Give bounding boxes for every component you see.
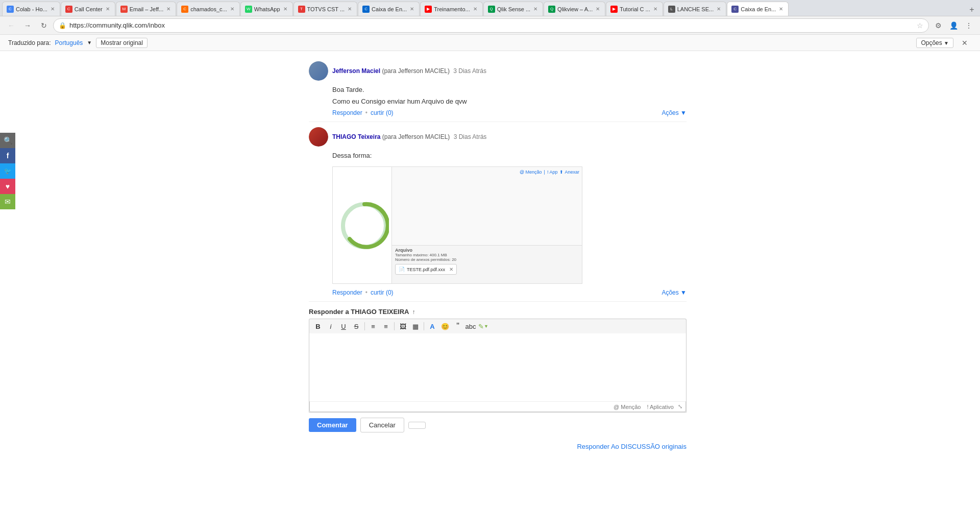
tab-close-tutorial[interactable]: ✕ xyxy=(652,5,658,13)
reply-title: Responder a THIAGO TEIXEIRA xyxy=(309,308,409,316)
mention-link[interactable]: @ Menção xyxy=(614,404,641,410)
back-button[interactable]: ← xyxy=(4,18,18,33)
tab-whatsapp[interactable]: W WhatsApp ✕ xyxy=(240,2,293,16)
font-color-button[interactable]: A xyxy=(427,321,438,332)
tab-favicon-qlik: Q xyxy=(488,6,495,13)
tab-close-colab[interactable]: ✕ xyxy=(50,5,56,13)
reply-link-1[interactable]: Responder xyxy=(332,109,362,116)
quote-button[interactable]: " xyxy=(452,321,463,332)
tab-close-qlik[interactable]: ✕ xyxy=(532,5,538,13)
social-heart-button[interactable]: ♥ xyxy=(0,179,15,194)
bottom-link: Responder Ao DISCUSSÃO originais xyxy=(309,438,687,455)
editor-area: @ Menção ! Aplicativo ⤡ xyxy=(309,333,687,413)
original-discussion-link[interactable]: Responder Ao DISCUSSÃO originais xyxy=(577,443,687,450)
tab-colab[interactable]: C Colab - Ho... ✕ xyxy=(2,2,60,16)
tab-gmail[interactable]: M Email – Jeff... ✕ xyxy=(116,2,176,16)
tab-title-whatsapp: WhatsApp xyxy=(254,6,280,12)
image-button[interactable]: 🖼 xyxy=(397,321,408,332)
tab-qlikview[interactable]: Q Qlikview – A... ✕ xyxy=(544,2,605,16)
language-link[interactable]: Português xyxy=(55,39,83,46)
tab-title-caixa1: Caixa de En... xyxy=(372,6,407,12)
tab-close-yt1[interactable]: ✕ xyxy=(472,5,478,13)
avatar-2 xyxy=(309,127,328,147)
comment-meta-1: Jefferson Maciel (para Jefferson MACIEL)… xyxy=(332,67,486,75)
spell-button[interactable]: abc xyxy=(465,321,476,332)
tab-totvs[interactable]: T TOTVS CST ... ✕ xyxy=(293,2,358,16)
author-2[interactable]: THIAGO Teixeira xyxy=(332,133,380,140)
translate-close-button[interactable]: ✕ xyxy=(958,36,972,50)
editor-container: B i U S ≡ ≡ 🖼 ▦ A xyxy=(309,319,687,413)
tab-favicon-call: C xyxy=(65,6,72,13)
profile-button[interactable]: 👤 xyxy=(946,18,961,33)
tab-tutorial[interactable]: ▶ Tutorial C ... ✕ xyxy=(606,2,663,16)
like-link-1[interactable]: curtir (0) xyxy=(371,109,394,116)
comment-button[interactable]: Comentar xyxy=(309,418,356,432)
tab-close-whatsapp[interactable]: ✕ xyxy=(282,5,288,13)
screenshot-image: @ Menção | ! App ⬆ Anexar Arquivo Tamanh… xyxy=(332,166,582,284)
address-bar[interactable]: 🔒 https://community.qlik.com/inbox ☆ xyxy=(53,18,929,33)
tab-favicon-tutorial: ▶ xyxy=(610,6,618,13)
italic-button[interactable]: i xyxy=(325,321,336,332)
emoji-button[interactable]: 😊 xyxy=(439,321,451,332)
attachment-label: Arquivo xyxy=(395,248,579,253)
tab-close-qlikview[interactable]: ✕ xyxy=(595,5,601,13)
tab-close-call[interactable]: ✕ xyxy=(105,5,111,13)
address-text: https://community.qlik.com/inbox xyxy=(69,21,914,29)
menu-button[interactable]: ⋮ xyxy=(962,18,976,33)
reply-buttons: Comentar Cancelar xyxy=(309,418,687,432)
tab-caixa1[interactable]: C Caixa de En... ✕ xyxy=(358,2,420,16)
tab-yt1[interactable]: ▶ Treinamento... ✕ xyxy=(420,2,483,16)
tab-title-gmail: Email – Jeff... xyxy=(130,6,163,12)
highlight-button[interactable]: ✎ ▼ xyxy=(478,321,489,332)
reply-textarea[interactable] xyxy=(309,333,686,400)
tab-close-lanche[interactable]: ✕ xyxy=(716,5,722,13)
forward-button[interactable]: → xyxy=(20,18,35,33)
tab-caixa2[interactable]: C Caixa de En... ✕ xyxy=(727,2,789,16)
tab-call[interactable]: C Call Center ✕ xyxy=(61,2,115,16)
tab-close-caixa1[interactable]: ✕ xyxy=(409,5,415,13)
refresh-button[interactable]: ↻ xyxy=(37,18,51,33)
social-email-button[interactable]: ✉ xyxy=(0,194,15,209)
media-button[interactable]: ▦ xyxy=(410,321,421,332)
file-remove[interactable]: ✕ xyxy=(449,267,453,272)
reply-link-2[interactable]: Responder xyxy=(332,289,362,296)
tab-close-gmail[interactable]: ✕ xyxy=(165,5,172,13)
like-link-2[interactable]: curtir (0) xyxy=(371,289,394,296)
cancel-button[interactable]: Cancelar xyxy=(360,418,404,432)
numbered-list-button[interactable]: ≡ xyxy=(380,321,391,332)
underline-button[interactable]: U xyxy=(338,321,349,332)
tab-title-totvs: TOTVS CST ... xyxy=(307,6,345,12)
extra-button[interactable] xyxy=(408,422,426,429)
new-tab-button[interactable]: + xyxy=(966,4,978,16)
tab-favicon-qlikview: Q xyxy=(548,6,555,13)
bold-button[interactable]: B xyxy=(312,321,324,332)
options-button[interactable]: Opções ▼ xyxy=(916,38,953,48)
tab-close-chamados[interactable]: ✕ xyxy=(229,5,235,13)
author-1[interactable]: Jefferson Maciel xyxy=(332,67,380,75)
extensions-button[interactable]: ⚙ xyxy=(931,18,945,33)
show-original-button[interactable]: Mostrar original xyxy=(96,38,148,48)
attachment-max: Número de anexos permitidos: 20 xyxy=(395,257,579,262)
tab-qlik[interactable]: Q Qlik Sense ... ✕ xyxy=(483,2,543,16)
tab-chamados[interactable]: C chamados_c... ✕ xyxy=(177,2,240,16)
social-search-button[interactable]: 🔍 xyxy=(0,133,15,148)
actions-dropdown-2[interactable]: Ações ▼ xyxy=(662,289,687,296)
star-icon[interactable]: ☆ xyxy=(917,21,923,30)
editor-sep-2 xyxy=(394,322,395,330)
tab-favicon-whatsapp: W xyxy=(245,6,252,13)
social-twitter-button[interactable]: 🐦 xyxy=(0,163,15,179)
tab-close-caixa2[interactable]: ✕ xyxy=(778,5,784,13)
strikethrough-button[interactable]: S xyxy=(351,321,362,332)
resize-handle[interactable]: ⤡ xyxy=(678,403,682,410)
time-2: 3 Dias Atrás xyxy=(454,133,487,140)
attachment-section: Arquivo Tamanho máximo: 400.1 MB Número … xyxy=(392,245,582,283)
app-link[interactable]: ! Aplicativo xyxy=(647,404,674,410)
editor-footer: @ Menção ! Aplicativo ⤡ xyxy=(309,401,686,412)
tab-lanche[interactable]: L LANCHE SE... ✕ xyxy=(664,2,727,16)
comment-header-1: Jefferson Maciel (para Jefferson MACIEL)… xyxy=(309,61,687,81)
actions-dropdown-1[interactable]: Ações ▼ xyxy=(662,109,687,116)
social-facebook-button[interactable]: f xyxy=(0,148,15,163)
bullet-list-button[interactable]: ≡ xyxy=(368,321,379,332)
tab-favicon-caixa2: C xyxy=(731,6,739,13)
tab-close-totvs[interactable]: ✕ xyxy=(347,5,353,13)
